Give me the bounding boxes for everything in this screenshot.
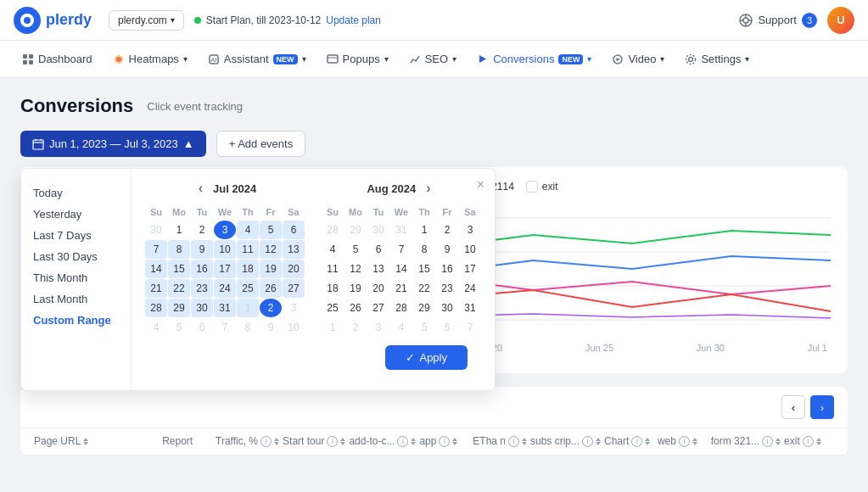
cal-day[interactable]: 14 — [390, 260, 412, 278]
cal-day[interactable]: 19 — [260, 260, 282, 278]
cal-day[interactable]: 15 — [168, 260, 190, 278]
cal-day[interactable]: 30 — [191, 299, 213, 317]
apply-button[interactable]: ✓ Apply — [385, 345, 468, 370]
table-prev-button[interactable]: ‹ — [781, 395, 805, 419]
form-321-info-icon[interactable]: i — [762, 436, 773, 447]
cal-day[interactable]: 8 — [413, 240, 435, 259]
sort-chart[interactable] — [645, 438, 650, 445]
cal-day[interactable]: 27 — [283, 279, 305, 298]
cal-day[interactable]: 1 — [322, 318, 344, 337]
web-info-icon[interactable]: i — [679, 436, 690, 447]
cal-day[interactable]: 12 — [344, 260, 367, 278]
cal-day[interactable]: 2 — [344, 318, 367, 337]
table-next-button[interactable]: › — [810, 395, 834, 419]
cal-day[interactable]: 18 — [322, 279, 344, 298]
date-range-picker[interactable]: Jun 1, 2023 — Jul 3, 2023 ▲ — [20, 131, 206, 157]
cal-day[interactable]: 20 — [367, 279, 389, 298]
nav-assistant[interactable]: AI Assistant NEW ▾ — [199, 48, 315, 70]
cal-day[interactable]: 31 — [459, 299, 481, 317]
cal-day[interactable]: 1 — [413, 221, 435, 239]
cal-day[interactable]: 7 — [459, 318, 481, 337]
cal-day[interactable]: 6 — [191, 318, 213, 337]
cal-day[interactable]: 23 — [436, 279, 458, 298]
cal-day-selected-end[interactable]: 2 — [260, 299, 282, 317]
preset-last30[interactable]: Last 30 Days — [33, 246, 119, 267]
cal-day[interactable]: 30 — [145, 221, 167, 239]
cal-day[interactable]: 27 — [367, 299, 389, 317]
preset-last7[interactable]: Last 7 Days — [33, 225, 119, 246]
nav-settings[interactable]: Settings ▾ — [676, 48, 758, 70]
domain-selector[interactable]: plerdy.com ▾ — [109, 10, 184, 31]
sort-ethan[interactable] — [522, 438, 527, 445]
legend-exit-checkbox[interactable] — [526, 181, 538, 193]
add-to-c-info-icon[interactable]: i — [397, 436, 408, 447]
cal-day[interactable]: 2 — [436, 221, 458, 239]
cal-day[interactable]: 30 — [367, 221, 389, 239]
sort-form-321[interactable] — [776, 438, 781, 445]
cal-day[interactable]: 8 — [237, 318, 259, 337]
cal-day[interactable]: 5 — [260, 221, 282, 239]
preset-last-month[interactable]: Last Month — [33, 288, 119, 310]
sort-page-url[interactable] — [83, 438, 88, 445]
cal-day[interactable]: 1 — [237, 299, 259, 317]
cal-day[interactable]: 12 — [260, 240, 282, 259]
cal-day[interactable]: 28 — [390, 299, 412, 317]
cal-day[interactable]: 26 — [260, 279, 282, 298]
preset-today[interactable]: Today — [33, 182, 119, 204]
exit-info-icon[interactable]: i — [803, 436, 814, 447]
cal-day[interactable]: 25 — [237, 279, 259, 298]
cal-day[interactable]: 6 — [436, 318, 458, 337]
cal-day[interactable]: 9 — [260, 318, 282, 337]
cal-day[interactable]: 4 — [237, 221, 259, 239]
cal-day-selected-start[interactable]: 3 — [214, 221, 236, 239]
app-info-icon[interactable]: i — [439, 436, 450, 447]
sort-exit[interactable] — [816, 438, 821, 445]
cal-day[interactable]: 2 — [191, 221, 213, 239]
nav-dashboard[interactable]: Dashboard — [14, 48, 101, 70]
cal-day[interactable]: 31 — [390, 221, 412, 239]
update-plan-link[interactable]: Update plan — [326, 14, 381, 26]
traffic-info-icon[interactable]: i — [260, 436, 272, 447]
cal-day[interactable]: 14 — [145, 260, 167, 278]
cal-day[interactable]: 11 — [237, 240, 259, 259]
ethan-info-icon[interactable]: i — [508, 436, 519, 447]
sort-add-to-c[interactable] — [411, 438, 416, 445]
support-button[interactable]: Support 3 — [739, 13, 817, 28]
cal-day[interactable]: 1 — [168, 221, 190, 239]
cal-day[interactable]: 18 — [237, 260, 259, 278]
preset-yesterday[interactable]: Yesterday — [33, 204, 119, 225]
cal-day[interactable]: 11 — [322, 260, 344, 278]
sort-web[interactable] — [692, 438, 697, 445]
cal-day[interactable]: 7 — [214, 318, 236, 337]
cal-day[interactable]: 4 — [145, 318, 167, 337]
cal-day[interactable]: 16 — [191, 260, 213, 278]
cal-day[interactable]: 26 — [344, 299, 367, 317]
nav-popups[interactable]: Popups ▾ — [318, 48, 397, 70]
cal-day[interactable]: 21 — [145, 279, 167, 298]
cal-day[interactable]: 23 — [191, 279, 213, 298]
cal-day[interactable]: 9 — [191, 240, 213, 259]
cal-day[interactable]: 19 — [344, 279, 367, 298]
user-avatar[interactable]: U — [827, 7, 854, 34]
cal-day[interactable]: 10 — [283, 318, 305, 337]
sort-app[interactable] — [452, 438, 457, 445]
cal-day[interactable]: 20 — [283, 260, 305, 278]
cal-day[interactable]: 29 — [344, 221, 367, 239]
cal-day[interactable]: 3 — [367, 318, 389, 337]
cal-day[interactable]: 28 — [145, 299, 167, 317]
cal-day[interactable]: 6 — [367, 240, 389, 259]
subs-crip-info-icon[interactable]: i — [582, 436, 593, 447]
add-events-button[interactable]: + Add events — [216, 131, 306, 157]
nav-heatmaps[interactable]: Heatmaps ▾ — [104, 48, 196, 70]
preset-this-month[interactable]: This Month — [33, 267, 119, 288]
cal-day[interactable]: 5 — [413, 318, 435, 337]
cal-day[interactable]: 16 — [436, 260, 458, 278]
cal-day[interactable]: 24 — [214, 279, 236, 298]
cal-day[interactable]: 21 — [390, 279, 412, 298]
cal-day[interactable]: 17 — [214, 260, 236, 278]
calendar-close-button[interactable]: × — [477, 177, 484, 193]
cal-day[interactable]: 7 — [390, 240, 412, 259]
nav-seo[interactable]: SEO ▾ — [400, 48, 465, 70]
cal-day[interactable]: 10 — [459, 240, 481, 259]
chart-info-icon[interactable]: i — [631, 436, 642, 447]
